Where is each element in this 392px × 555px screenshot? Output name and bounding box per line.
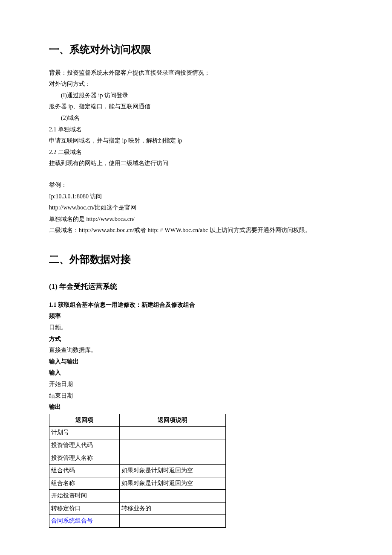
- table-cell: [119, 490, 225, 503]
- method-2-1-detail: 申请互联网域名，并与指定 ip 映射，解析到指定 ip: [49, 135, 343, 147]
- method-2: (2)域名: [49, 113, 343, 124]
- method-label: 方式: [49, 334, 343, 345]
- output-table: 返回项 返回项说明 计划号 投资管理人代码 投资管理人名称 组合代码 如果对象是…: [49, 414, 226, 528]
- method-2-2: 2.2 二级域名: [49, 147, 343, 158]
- table-cell: 转移业务的: [119, 502, 225, 515]
- table-cell: 如果对象是计划时返回为空: [119, 477, 225, 490]
- section-1-title: 一、系统对外访问权限: [49, 43, 343, 57]
- table-cell: 开始投资时间: [49, 490, 120, 503]
- table-row: 开始投资时间: [49, 490, 226, 503]
- io-label: 输入与输出: [49, 356, 343, 368]
- example-url-secondary: 二级域名：http://www.abc.boc.cn/或者 http:〃WWW.…: [49, 225, 343, 236]
- table-header-c1: 返回项: [49, 414, 120, 427]
- table-cell: 计划号: [49, 427, 120, 439]
- access-methods-label: 对外访问方式：: [49, 78, 343, 90]
- table-header-c2: 返回项说明: [119, 414, 225, 427]
- table-row: 投资管理人代码: [49, 439, 226, 452]
- table-cell: [119, 427, 225, 439]
- table-header-row: 返回项 返回项说明: [49, 414, 226, 427]
- table-cell: [119, 515, 225, 528]
- input-start-date: 开始日期: [49, 379, 343, 390]
- output-label: 输出: [49, 401, 343, 413]
- table-cell: [119, 439, 225, 452]
- table-cell: 组合名称: [49, 477, 120, 490]
- example-ip: Ip:10.3.0.1:8080 访问: [49, 191, 343, 203]
- table-cell: 投资管理人代码: [49, 439, 120, 452]
- section-2-title: 二、外部数据对接: [49, 253, 343, 267]
- bg-line: 背景：投资监督系统未外部客户提供直接登录查询投资情况；: [49, 67, 343, 79]
- table-cell: 组合代码: [49, 465, 120, 477]
- example-url-official: http://www.boc.cn/比如这个是官网: [49, 202, 343, 214]
- example-url-single: 单独域名的是 http://www.boca.cn/: [49, 214, 343, 225]
- table-cell: 转移定价口: [49, 502, 120, 515]
- table-cell: [119, 452, 225, 465]
- method-value: 直接查询数据库。: [49, 345, 343, 356]
- method-2-2-detail: 挂载到现有的网站上，使用二级域名进行访问: [49, 158, 343, 169]
- freq-label: 频率: [49, 311, 343, 322]
- input-end-date: 结束日期: [49, 390, 343, 402]
- example-label: 举例：: [49, 180, 343, 191]
- table-cell: 投资管理人名称: [49, 452, 120, 465]
- table-row: 转移定价口 转移业务的: [49, 502, 226, 515]
- table-cell: 如果对象是计划时返回为空: [119, 465, 225, 477]
- table-row: 组合名称 如果对象是计划时返回为空: [49, 477, 226, 490]
- table-cell: 合同系统组合号: [49, 515, 120, 528]
- section-2-sub1-title: (1) 年金受托运营系统: [49, 280, 343, 293]
- method-2-1: 2.1 单独域名: [49, 124, 343, 136]
- input-label: 输入: [49, 367, 343, 379]
- freq-value: 日频。: [49, 322, 343, 334]
- method-1: (I)通过服务器 ip 访问登录: [49, 90, 343, 102]
- table-row: 合同系统组合号: [49, 515, 226, 528]
- item-1-1: 1.1 获取组合基本信息一用途修改：新建组合及修改组合: [49, 299, 343, 311]
- table-row: 投资管理人名称: [49, 452, 226, 465]
- method-1-detail: 服务器 ip、指定端口，能与互联网通信: [49, 101, 343, 113]
- table-row: 组合代码 如果对象是计划时返回为空: [49, 465, 226, 477]
- table-row: 计划号: [49, 427, 226, 439]
